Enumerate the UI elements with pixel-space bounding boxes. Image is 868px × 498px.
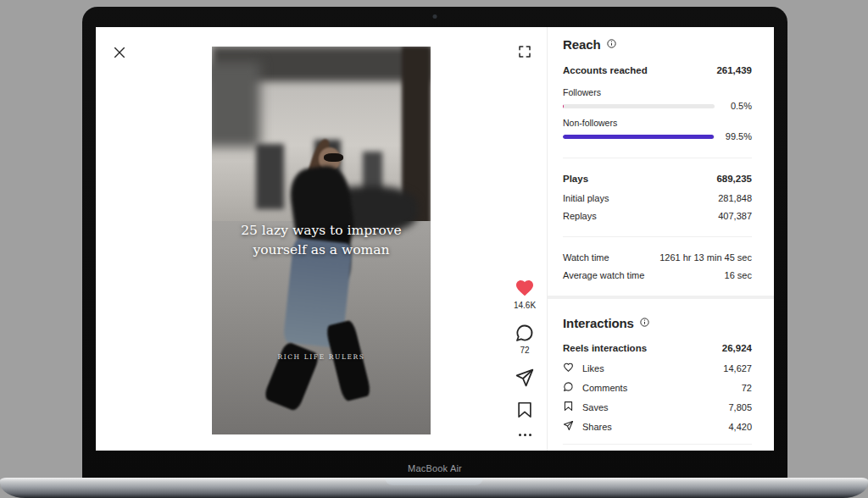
heart-icon <box>563 362 576 374</box>
device-label: MacBook Air <box>82 463 787 473</box>
interactions-section-title: Interactions <box>563 316 752 330</box>
webcam-dot <box>433 14 437 19</box>
followers-bar-row: 0.5% <box>563 101 752 111</box>
section-divider <box>548 296 774 299</box>
watch-time-row: Watch time 1261 hr 13 min 45 sec <box>563 252 752 263</box>
accounts-reached-row: Accounts reached 261,439 <box>563 65 752 75</box>
comment-icon <box>515 333 535 346</box>
divider <box>563 444 752 445</box>
non-followers-bar-row: 99.5% <box>563 131 752 141</box>
followers-bar <box>563 104 715 108</box>
close-icon <box>111 51 128 64</box>
followers-label: Followers <box>563 87 752 97</box>
info-icon[interactable] <box>606 37 617 52</box>
reels-interactions-row: Reels interactions 26,924 <box>563 343 752 353</box>
followers-value: 0.5% <box>723 101 752 111</box>
more-options-button[interactable] <box>519 434 531 436</box>
reel-video[interactable]: 25 lazy ways to improve yourself as a wo… <box>212 47 431 434</box>
non-followers-label: Non-followers <box>563 118 752 128</box>
photo-window <box>256 144 285 210</box>
avg-watch-time-row: Average watch time 16 sec <box>563 270 752 280</box>
plays-row: Plays 689,235 <box>563 174 752 184</box>
like-button[interactable] <box>515 278 535 298</box>
initial-plays-row: Initial plays 281,848 <box>563 193 752 203</box>
laptop-lid: 25 lazy ways to improve yourself as a wo… <box>82 7 787 479</box>
divider <box>563 236 752 237</box>
reel-watermark: RICH LIFE RULERS <box>212 353 431 361</box>
info-icon[interactable] <box>639 316 650 330</box>
expand-icon <box>517 49 532 62</box>
insights-panel: Reach Accounts reached 261,439 Followers… <box>548 27 774 451</box>
divider <box>563 158 752 158</box>
comments-count: 72 <box>520 346 529 355</box>
shares-row: Shares 4,420 <box>563 420 752 433</box>
likes-row: Likes 14,627 <box>563 362 752 374</box>
saves-row: Saves 7,805 <box>563 401 752 413</box>
comment-button[interactable] <box>515 323 535 343</box>
engagement-rail: 14.6K 72 <box>510 278 539 436</box>
non-followers-value: 99.5% <box>723 131 752 141</box>
macbook-mockup-scene: 25 lazy ways to improve yourself as a wo… <box>0 0 868 498</box>
bookmark-icon <box>515 409 534 422</box>
screen: 25 lazy ways to improve yourself as a wo… <box>96 27 774 451</box>
likes-count: 14.6K <box>514 301 536 310</box>
photo-shadow <box>212 62 260 147</box>
bookmark-icon <box>563 401 576 413</box>
non-followers-bar <box>563 135 715 139</box>
save-button[interactable] <box>515 401 534 419</box>
share-button[interactable] <box>515 368 535 388</box>
share-icon <box>515 378 535 390</box>
laptop-base-notch <box>385 478 483 485</box>
share-icon <box>563 420 576 433</box>
comment-icon <box>563 381 576 394</box>
replays-row: Replays 407,387 <box>563 211 752 221</box>
comments-row: Comments 72 <box>563 381 752 394</box>
more-icon <box>519 434 521 436</box>
heart-icon <box>515 288 535 301</box>
reel-caption-text: 25 lazy ways to improve yourself as a wo… <box>212 221 431 261</box>
reach-section-title: Reach <box>563 37 752 52</box>
fullscreen-button[interactable] <box>516 44 533 61</box>
close-button[interactable] <box>111 44 128 61</box>
photo-sunglasses <box>324 153 343 162</box>
